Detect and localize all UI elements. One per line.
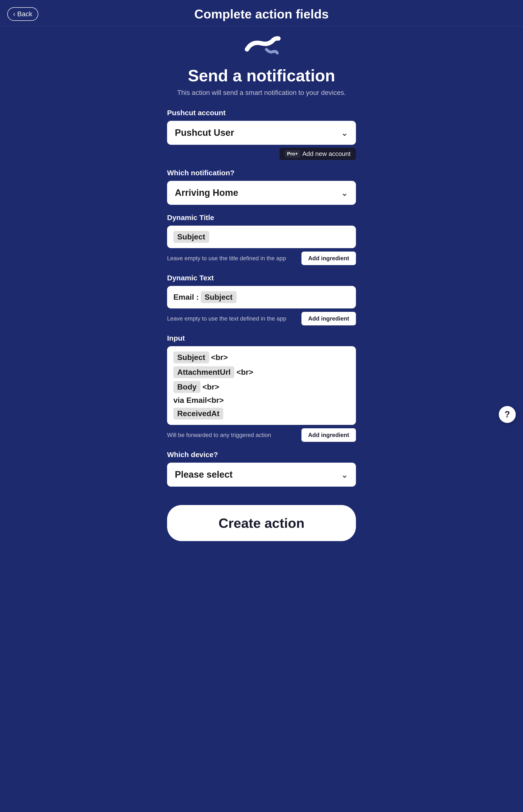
input-line-2: AttachmentUrl <br> [173,366,350,378]
help-button[interactable]: ? [499,406,516,423]
back-label: Back [17,10,32,18]
input-tag-receivedat: ReceivedAt [173,408,223,420]
dynamic-title-input[interactable]: Subject [167,226,356,248]
pro-badge: Pro+ [285,150,301,158]
pushcut-logo-svg [242,36,281,60]
dynamic-text-add-ingredient-button[interactable]: Add ingredient [302,312,356,326]
input-via-email: via Email<br> [173,396,224,405]
dynamic-title-hint: Leave empty to use the title defined in … [167,254,296,262]
input-field[interactable]: Subject <br> AttachmentUrl <br> Body <br… [167,346,356,425]
input-hint-row: Will be forwarded to any triggered actio… [167,428,356,442]
chevron-down-icon: ⌄ [341,128,348,138]
add-account-label: Add new account [302,150,350,158]
input-line-1: Subject <br> [173,352,350,363]
dynamic-text-label: Dynamic Text [167,274,356,282]
which-notification-label: Which notification? [167,169,356,177]
input-line-3: Body <br> [173,381,350,393]
pushcut-account-section: Pushcut account Pushcut User ⌄ Pro+ Add … [167,109,356,160]
input-tag-attachmenturl: AttachmentUrl [173,366,234,378]
chevron-down-icon-2: ⌄ [341,188,348,198]
input-label: Input [167,334,356,342]
input-br-1: <br> [211,353,228,362]
add-account-button[interactable]: Pro+ Add new account [279,148,356,160]
create-action-button[interactable]: Create action [167,505,356,541]
dynamic-title-hint-row: Leave empty to use the title defined in … [167,252,356,265]
input-line-5: ReceivedAt [173,408,350,420]
input-br-2: <br> [236,368,253,377]
chevron-left-icon: ‹ [13,10,15,18]
app-logo [242,36,281,61]
add-account-row: Pro+ Add new account [167,148,356,160]
pushcut-account-dropdown[interactable]: Pushcut User ⌄ [167,121,356,145]
dynamic-text-section: Dynamic Text Email : Subject Leave empty… [167,274,356,326]
page-title: Complete action fields [195,7,329,21]
input-hint: Will be forwarded to any triggered actio… [167,431,296,439]
header: ‹ Back Complete action fields [0,0,523,26]
pushcut-account-selected: Pushcut User [175,128,234,138]
which-device-section: Which device? Please select ⌄ [167,450,356,486]
dynamic-title-tag: Subject [173,231,209,243]
which-notification-section: Which notification? Arriving Home ⌄ [167,169,356,205]
page-heading: Send a notification [188,66,335,85]
dynamic-text-prefix: Email : [173,293,199,302]
chevron-down-icon-3: ⌄ [341,470,348,480]
dynamic-text-hint: Leave empty to use the text defined in t… [167,314,296,323]
main-content: Send a notification This action will sen… [152,26,371,556]
input-br-3: <br> [202,383,219,391]
back-button[interactable]: ‹ Back [7,7,38,21]
dynamic-text-tag: Subject [201,291,237,303]
page-description: This action will send a smart notificati… [177,89,346,97]
dynamic-title-add-ingredient-button[interactable]: Add ingredient [302,252,356,265]
pushcut-account-label: Pushcut account [167,109,356,117]
which-device-label: Which device? [167,450,356,459]
which-notification-selected: Arriving Home [175,188,238,198]
input-tag-body: Body [173,381,200,393]
input-tag-subject: Subject [173,352,209,363]
dynamic-title-section: Dynamic Title Subject Leave empty to use… [167,214,356,265]
input-line-4: via Email<br> [173,396,350,405]
input-section: Input Subject <br> AttachmentUrl <br> Bo… [167,334,356,442]
input-add-ingredient-button[interactable]: Add ingredient [302,428,356,442]
dynamic-title-label: Dynamic Title [167,214,356,222]
dynamic-text-hint-row: Leave empty to use the text defined in t… [167,312,356,326]
which-notification-dropdown[interactable]: Arriving Home ⌄ [167,181,356,205]
which-device-selected: Please select [175,469,233,480]
which-device-dropdown[interactable]: Please select ⌄ [167,463,356,486]
dynamic-text-input[interactable]: Email : Subject [167,286,356,309]
